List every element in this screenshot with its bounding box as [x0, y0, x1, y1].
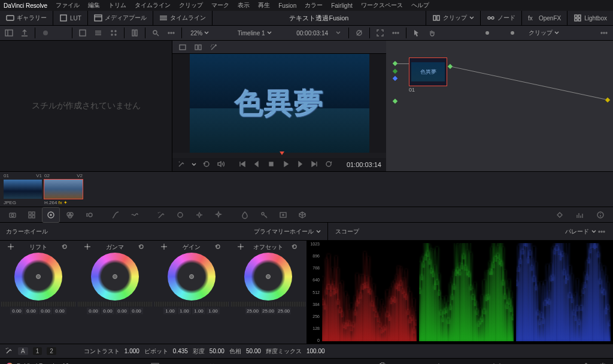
- node-01[interactable]: 色異夢: [409, 57, 447, 86]
- graph-out[interactable]: [605, 98, 610, 102]
- wand-icon[interactable]: [208, 42, 219, 53]
- clip-01[interactable]: 01V1 JPEG: [4, 173, 42, 205]
- view-b-icon[interactable]: [193, 42, 204, 53]
- timeline-dropdown[interactable]: Timeline 1: [238, 30, 272, 37]
- lummix-value[interactable]: 100.00: [306, 348, 325, 354]
- color-wheel-0[interactable]: [14, 253, 62, 301]
- arrow-tool-icon[interactable]: [411, 28, 422, 38]
- wheels-title[interactable]: カラーホイール: [6, 228, 48, 236]
- primaries-dropdown[interactable]: プライマリーホイール: [254, 228, 321, 236]
- nodes-toggle[interactable]: ノード: [480, 11, 521, 25]
- menu-help[interactable]: ヘルプ: [411, 1, 429, 10]
- menu-color[interactable]: カラー: [305, 1, 323, 10]
- crosshair-icon[interactable]: [160, 243, 169, 251]
- viewer-canvas[interactable]: 色異夢: [172, 54, 386, 153]
- reset-icon[interactable]: [214, 243, 223, 251]
- chevron-down-icon[interactable]: [192, 162, 196, 167]
- prev-frame-icon[interactable]: [253, 160, 261, 169]
- sat-value[interactable]: 50.00: [210, 348, 224, 354]
- tab-scopes[interactable]: [571, 207, 589, 223]
- first-frame-icon[interactable]: [238, 160, 247, 169]
- tab-3d[interactable]: [293, 207, 311, 223]
- qualifier-icon[interactable]: [177, 160, 186, 169]
- home-icon[interactable]: [582, 362, 590, 365]
- tab-motion[interactable]: [80, 207, 98, 223]
- tab-rgb-mixer[interactable]: [61, 207, 79, 223]
- auto-icon[interactable]: [5, 347, 13, 356]
- menu-fairlight[interactable]: Fairlight: [331, 2, 353, 9]
- wheel-slider-0[interactable]: [1, 302, 75, 307]
- tab-qualifier[interactable]: [152, 207, 170, 223]
- crosshair-icon[interactable]: [7, 243, 16, 251]
- stop-icon[interactable]: [267, 160, 275, 169]
- bypass-icon[interactable]: [354, 28, 365, 38]
- tab-info[interactable]: [591, 207, 609, 223]
- menu-playback[interactable]: 再生: [258, 1, 270, 10]
- tab-color-wheels[interactable]: [42, 207, 60, 223]
- scope-mode-dropdown[interactable]: パレード: [565, 228, 596, 236]
- thumb-icon[interactable]: [77, 28, 88, 38]
- wheel-slider-3[interactable]: [231, 302, 305, 307]
- more3-icon[interactable]: [599, 28, 609, 38]
- node-graph[interactable]: 色異夢 01: [386, 41, 613, 171]
- menu-mark[interactable]: マーク: [211, 1, 229, 10]
- page-cut[interactable]: [183, 359, 240, 365]
- page-color[interactable]: [354, 359, 411, 365]
- page-deliver[interactable]: [468, 359, 524, 365]
- node-in-2[interactable]: [393, 69, 397, 74]
- menu-workspace[interactable]: ワークスペース: [361, 1, 403, 10]
- refresh-icon[interactable]: [202, 160, 211, 169]
- contrast-value[interactable]: 1.000: [125, 348, 139, 354]
- pivot-value[interactable]: 0.435: [173, 348, 188, 354]
- panel-layout-icon[interactable]: [4, 28, 14, 38]
- search-icon[interactable]: [150, 28, 161, 38]
- crosshair-icon[interactable]: [84, 243, 92, 251]
- crosshair-icon[interactable]: [237, 243, 245, 251]
- menu-app[interactable]: DaVinci Resolve: [4, 2, 47, 9]
- mediapool-toggle[interactable]: メディアプール: [88, 11, 153, 25]
- tab-camera-raw[interactable]: [4, 207, 22, 223]
- list-icon[interactable]: [93, 28, 104, 38]
- tab-blur[interactable]: [236, 207, 254, 223]
- viewer-timecode[interactable]: 00:00:03:14: [296, 30, 328, 37]
- clip-02[interactable]: 02V2 H.264 fx ✦: [44, 173, 83, 205]
- speaker-icon[interactable]: [217, 160, 225, 169]
- tab-window[interactable]: [171, 207, 189, 223]
- viewer-ruler[interactable]: [172, 153, 386, 158]
- color-wheel-1[interactable]: [91, 253, 139, 301]
- color-wheel-3[interactable]: [244, 253, 292, 301]
- tc-dropdown-icon[interactable]: [333, 28, 344, 38]
- menu-trim[interactable]: トリム: [108, 1, 126, 10]
- lightbox-toggle[interactable]: Lightbox: [567, 11, 613, 25]
- grid-view-icon[interactable]: [108, 28, 119, 38]
- view-a-icon[interactable]: [177, 42, 188, 53]
- menu-clip[interactable]: クリップ: [179, 1, 203, 10]
- tab-key[interactable]: [255, 207, 273, 223]
- menu-file[interactable]: ファイル: [56, 1, 80, 10]
- project-settings-icon[interactable]: [599, 362, 607, 365]
- tab-color-match[interactable]: [23, 207, 41, 223]
- tab-tracker[interactable]: [190, 207, 208, 223]
- more-icon[interactable]: [166, 28, 177, 38]
- more2-icon[interactable]: [390, 28, 401, 38]
- menu-fusion[interactable]: Fusion: [278, 2, 296, 9]
- node-in-3[interactable]: [393, 76, 397, 81]
- hand-tool-icon[interactable]: [427, 28, 438, 38]
- hue-value[interactable]: 50.00: [246, 348, 261, 354]
- column-icon[interactable]: [129, 28, 140, 38]
- loop-icon[interactable]: [324, 160, 333, 169]
- export-icon[interactable]: [19, 28, 30, 38]
- play-icon[interactable]: [281, 160, 290, 169]
- tab-keyframes[interactable]: [551, 207, 569, 223]
- zoom-dropdown[interactable]: 22%: [187, 30, 213, 37]
- color-wheel-2[interactable]: [168, 253, 216, 301]
- lut-toggle[interactable]: LUT: [53, 11, 88, 25]
- page-edit[interactable]: [240, 359, 297, 365]
- tab-magic[interactable]: [210, 207, 227, 223]
- wheel-slider-2[interactable]: [154, 302, 229, 307]
- expand-icon[interactable]: [375, 28, 386, 38]
- tab-warper[interactable]: [126, 207, 144, 223]
- reset-icon[interactable]: [291, 243, 299, 251]
- page-fusion[interactable]: [297, 359, 354, 365]
- page-fairlight[interactable]: [411, 359, 468, 365]
